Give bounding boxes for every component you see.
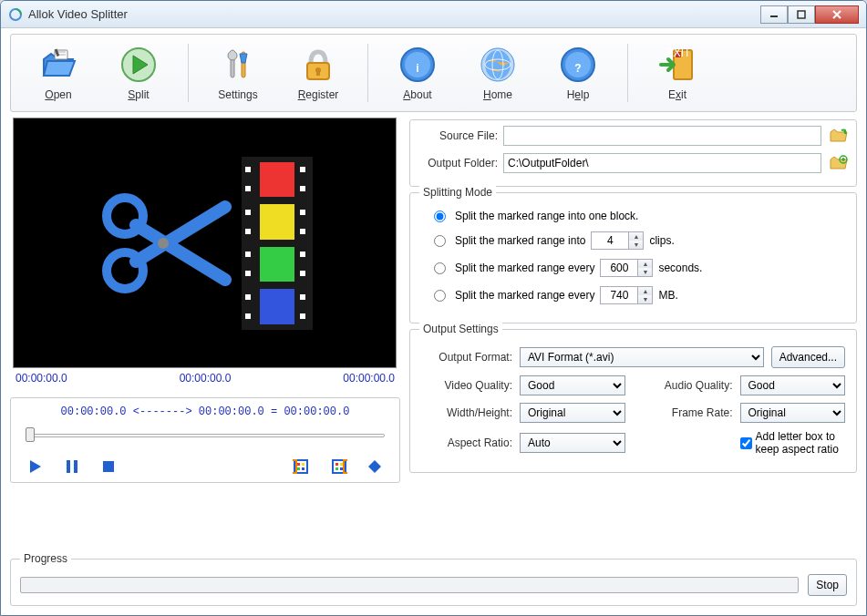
settings-label: Settings xyxy=(218,88,257,101)
splitting-mode-title: Splitting Mode xyxy=(419,186,496,199)
seconds-input[interactable] xyxy=(601,260,637,276)
letterbox-checkbox[interactable] xyxy=(740,437,752,449)
progress-group: Progress Stop xyxy=(10,559,857,606)
help-label: Help xyxy=(567,88,590,101)
timeline-slider[interactable] xyxy=(26,427,385,444)
frame-rate-label: Frame Rate: xyxy=(633,406,733,419)
home-button[interactable]: Home xyxy=(458,41,538,105)
split-mb-label-b: MB. xyxy=(658,289,677,302)
lock-icon xyxy=(298,45,338,85)
window-title: Allok Video Splitter xyxy=(28,7,760,21)
about-button[interactable]: i About xyxy=(377,41,458,105)
splitting-mode-group: Splitting Mode Split the marked range in… xyxy=(409,192,857,323)
minimize-button[interactable] xyxy=(760,5,788,24)
stop-button[interactable]: Stop xyxy=(808,574,847,596)
svg-point-15 xyxy=(485,50,511,79)
stop-player-button[interactable] xyxy=(98,457,119,477)
register-label: Register xyxy=(298,88,339,101)
svg-rect-27 xyxy=(67,460,70,473)
pause-button[interactable] xyxy=(62,457,82,477)
svg-rect-1 xyxy=(798,11,805,18)
split-button[interactable]: Split xyxy=(98,41,179,105)
source-file-input[interactable] xyxy=(503,126,821,146)
marker-button[interactable] xyxy=(365,457,385,477)
output-folder-input[interactable] xyxy=(503,153,821,173)
tools-icon xyxy=(218,45,258,85)
timecode-current: 00:00:00.0 xyxy=(180,372,232,385)
browse-source-button[interactable] xyxy=(827,126,851,146)
app-window: Allok Video Splitter Open Split xyxy=(0,0,867,616)
play-button[interactable] xyxy=(26,457,46,477)
svg-text:EXIT: EXIT xyxy=(666,46,691,59)
split-seconds-radio[interactable] xyxy=(434,262,446,274)
svg-rect-34 xyxy=(302,467,304,470)
svg-rect-36 xyxy=(335,463,338,466)
advanced-button[interactable]: Advanced... xyxy=(771,346,845,368)
home-label: Home xyxy=(483,88,512,101)
range-display: 00:00:00.0 <-------> 00:00:00.0 = 00:00:… xyxy=(20,406,390,418)
svg-rect-31 xyxy=(297,463,300,466)
about-label: About xyxy=(403,88,431,101)
svg-rect-10 xyxy=(316,70,320,76)
svg-point-6 xyxy=(228,51,237,60)
letterbox-label: Add letter box to keep aspect ratio xyxy=(756,430,846,456)
globe-icon xyxy=(478,45,518,85)
video-quality-label: Video Quality: xyxy=(421,379,512,392)
main-toolbar: Open Split Settings Register xyxy=(10,34,857,112)
clips-up[interactable]: ▲ xyxy=(629,232,643,241)
open-button[interactable]: Open xyxy=(18,41,98,105)
svg-rect-38 xyxy=(335,467,338,470)
maximize-button[interactable] xyxy=(788,5,815,24)
svg-rect-28 xyxy=(74,460,77,473)
aspect-ratio-label: Aspect Ratio: xyxy=(421,436,512,449)
mb-up[interactable]: ▲ xyxy=(638,287,652,295)
exit-button[interactable]: EXIT Exit xyxy=(637,41,717,105)
svg-rect-39 xyxy=(340,467,343,470)
close-button[interactable] xyxy=(815,5,859,24)
split-mb-label-a: Split the marked range every xyxy=(455,289,594,302)
split-label: Split xyxy=(128,88,149,101)
info-icon: i xyxy=(397,45,438,85)
output-format-label: Output Format: xyxy=(421,351,512,364)
timecode-start: 00:00:00.0 xyxy=(15,372,67,385)
aspect-ratio-select[interactable]: Auto xyxy=(520,433,625,453)
audio-quality-label: Audio Quality: xyxy=(633,379,733,392)
svg-rect-33 xyxy=(297,467,300,470)
split-one-block-label: Split the marked range into one block. xyxy=(455,210,638,222)
mark-out-button[interactable] xyxy=(328,457,348,477)
svg-rect-29 xyxy=(103,461,114,472)
split-seconds-label-a: Split the marked range every xyxy=(455,262,594,274)
svg-rect-32 xyxy=(302,463,304,466)
titlebar: Allok Video Splitter xyxy=(1,1,866,28)
progress-title: Progress xyxy=(20,552,71,565)
mb-input[interactable] xyxy=(601,287,637,303)
mb-down[interactable]: ▼ xyxy=(638,295,652,303)
register-button[interactable]: Register xyxy=(278,41,358,105)
folder-open-icon xyxy=(38,45,78,85)
output-format-select[interactable]: AVI Format (*.avi) xyxy=(520,347,764,367)
open-label: Open xyxy=(45,88,71,101)
mark-in-button[interactable] xyxy=(292,457,312,477)
exit-icon: EXIT xyxy=(657,45,697,85)
width-height-select[interactable]: Original xyxy=(520,403,625,423)
progress-bar xyxy=(20,577,799,593)
split-clips-label-a: Split the marked range into xyxy=(455,234,585,247)
frame-rate-select[interactable]: Original xyxy=(740,403,846,423)
audio-quality-select[interactable]: Good xyxy=(740,375,846,395)
output-settings-title: Output Settings xyxy=(419,323,502,335)
help-button[interactable]: ? Help xyxy=(538,41,618,105)
video-quality-select[interactable]: Good xyxy=(520,375,625,395)
clips-count-input[interactable] xyxy=(592,232,628,249)
split-clips-radio[interactable] xyxy=(434,235,446,247)
sec-down[interactable]: ▼ xyxy=(638,268,652,276)
browse-output-button[interactable] xyxy=(827,153,851,173)
split-mb-radio[interactable] xyxy=(434,290,446,302)
exit-label: Exit xyxy=(668,88,686,101)
svg-text:i: i xyxy=(416,62,418,75)
settings-button[interactable]: Settings xyxy=(198,41,278,105)
sec-up[interactable]: ▲ xyxy=(638,260,652,268)
svg-rect-37 xyxy=(340,463,343,466)
split-one-block-radio[interactable] xyxy=(434,210,446,222)
split-clips-label-b: clips. xyxy=(649,234,674,247)
clips-down[interactable]: ▼ xyxy=(629,241,643,249)
